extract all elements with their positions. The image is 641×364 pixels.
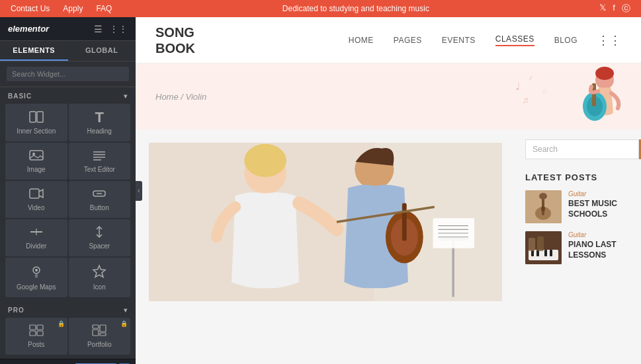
breadcrumb-current: Violin: [186, 92, 207, 102]
widget-portfolio[interactable]: Portfolio 🔒: [69, 318, 131, 355]
top-bar-nav: Contact Us Apply FAQ: [11, 4, 112, 13]
portfolio-lock-icon: 🔒: [120, 320, 128, 327]
grid-icon[interactable]: ⋮⋮: [109, 24, 128, 34]
faq-link[interactable]: FAQ: [96, 4, 112, 13]
nav-classes[interactable]: CLASSES: [495, 34, 534, 46]
widget-google-maps-label: Google Maps: [17, 283, 56, 291]
svg-point-15: [35, 269, 38, 272]
svg-rect-21: [93, 325, 99, 328]
video-icon: [29, 188, 44, 201]
widget-text-editor[interactable]: Text Editor: [69, 143, 131, 180]
search-box: GO: [525, 139, 631, 159]
text-editor-icon: [92, 149, 107, 163]
latest-posts-title: LATEST POSTS: [525, 172, 631, 182]
svg-point-53: [539, 193, 547, 200]
svg-rect-24: [100, 333, 106, 336]
contact-us-link[interactable]: Contact Us: [11, 4, 50, 13]
nav-blog[interactable]: BLOG: [554, 36, 577, 45]
hero-area: Home / Violin ♩ ♪ ♫ ♬: [136, 63, 641, 129]
widget-icon[interactable]: Icon: [69, 258, 131, 297]
svg-rect-8: [30, 189, 39, 198]
svg-point-55: [546, 204, 548, 206]
nav-more-icon[interactable]: ⋮⋮: [597, 33, 621, 48]
svg-point-54: [539, 204, 541, 206]
widget-divider[interactable]: Divider: [5, 219, 67, 256]
widget-inner-section[interactable]: Inner Section: [5, 104, 67, 141]
nav-events[interactable]: EVENTS: [442, 36, 476, 45]
post-title-1: BEST MUSIC SCHOOLS: [568, 199, 631, 219]
tab-global[interactable]: GLOBAL: [68, 41, 136, 61]
widget-video[interactable]: Video: [5, 181, 67, 218]
widget-image-label: Image: [27, 166, 46, 173]
post-category-1: Guitar: [568, 190, 631, 198]
page-content: GO LATEST POSTS: [136, 129, 641, 364]
svg-rect-0: [30, 112, 36, 122]
widget-google-maps[interactable]: Google Maps: [5, 258, 67, 297]
apply-link[interactable]: Apply: [63, 4, 83, 13]
widget-grid: Inner Section T Heading Image Text E: [0, 104, 136, 301]
post-item-1[interactable]: Guitar BEST MUSIC SCHOOLS: [525, 190, 631, 223]
svg-rect-17: [30, 325, 36, 330]
nav-home[interactable]: HOME: [349, 36, 374, 45]
svg-rect-20: [37, 331, 43, 336]
instagram-icon[interactable]: ⓒ: [622, 3, 630, 15]
posts-lock-icon: 🔒: [58, 320, 65, 327]
sidebar-search-container: [0, 61, 136, 87]
svg-rect-18: [37, 325, 43, 330]
posts-icon: [29, 324, 44, 338]
bottom-bar: ☰ ↺ ⊙ 📱 UPDATE ▾: [0, 359, 136, 364]
hamburger-icon[interactable]: ☰: [94, 24, 103, 34]
top-bar: Contact Us Apply FAQ Dedicated to studyi…: [0, 0, 641, 17]
svg-rect-62: [550, 250, 552, 256]
pro-label: PRO: [8, 307, 24, 314]
svg-text:♪: ♪: [529, 73, 533, 82]
twitter-icon[interactable]: 𝕏: [599, 3, 606, 15]
post-item-2[interactable]: Guitar PIANO LAST LESSONS: [525, 231, 631, 264]
divider-icon: [29, 226, 44, 240]
google-maps-icon: [29, 264, 44, 281]
site-logo-line1: SONG: [155, 24, 195, 40]
breadcrumb: Home / Violin: [155, 92, 206, 102]
widget-spacer[interactable]: Spacer: [69, 219, 131, 256]
sidebar-collapse-handle[interactable]: ‹: [136, 181, 142, 201]
top-bar-tagline: Dedicated to studying and teaching music: [282, 4, 429, 13]
widget-divider-label: Divider: [26, 242, 46, 250]
basic-section-header[interactable]: BASIC ▾: [0, 87, 136, 104]
pro-widget-grid: Posts 🔒 Portfolio 🔒: [0, 318, 136, 359]
website-nav-links: HOME PAGES EVENTS CLASSES BLOG ⋮⋮: [349, 33, 621, 48]
basic-label: BASIC: [8, 92, 32, 100]
inner-section-icon: [29, 111, 44, 125]
breadcrumb-home[interactable]: Home: [155, 92, 179, 102]
widget-posts[interactable]: Posts 🔒: [5, 318, 67, 355]
heading-icon: T: [95, 110, 104, 125]
search-widget-input[interactable]: [7, 67, 129, 81]
main-layout: elementor ☰ ⋮⋮ ELEMENTS GLOBAL BASIC ▾: [0, 17, 641, 364]
widget-heading[interactable]: T Heading: [69, 104, 131, 141]
widget-button-label: Button: [90, 204, 109, 211]
widget-icon-label: Icon: [93, 283, 106, 291]
svg-point-56: [541, 206, 545, 211]
widget-portfolio-label: Portfolio: [87, 341, 112, 348]
tab-elements[interactable]: ELEMENTS: [0, 41, 68, 61]
sidebar-header: elementor ☰ ⋮⋮: [0, 17, 136, 41]
nav-pages[interactable]: PAGES: [394, 36, 422, 45]
portfolio-icon: [92, 324, 107, 338]
svg-rect-2: [30, 151, 43, 160]
widget-video-label: Video: [28, 204, 44, 211]
widget-button[interactable]: Button: [69, 181, 131, 218]
widget-heading-label: Heading: [87, 127, 112, 135]
post-category-2: Guitar: [568, 231, 631, 238]
sidebar-search-input[interactable]: [525, 139, 639, 159]
basic-chevron-icon: ▾: [124, 92, 128, 100]
svg-point-33: [595, 67, 614, 80]
svg-text:♫: ♫: [542, 87, 547, 94]
post-info-1: Guitar BEST MUSIC SCHOOLS: [568, 190, 631, 223]
svg-point-37: [244, 144, 286, 177]
widget-spacer-label: Spacer: [89, 242, 110, 250]
pro-section-header[interactable]: PRO ▾: [0, 301, 136, 318]
facebook-icon[interactable]: f: [613, 3, 615, 15]
widget-inner-section-label: Inner Section: [17, 127, 56, 135]
sidebar-header-icons: ☰ ⋮⋮: [94, 24, 128, 34]
widget-posts-label: Posts: [28, 341, 44, 348]
widget-image[interactable]: Image: [5, 143, 67, 180]
